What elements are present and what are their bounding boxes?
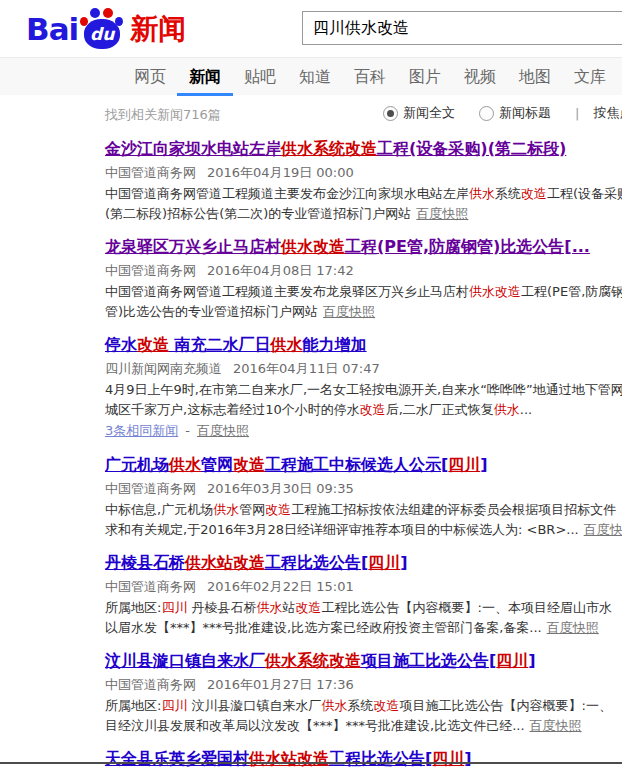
search-result-3: 停水改造 南充二水厂日供水能力增加四川新闻网南充频道2016年04月11日 07…: [105, 332, 622, 442]
result-source-line: 中国管道商务网2016年04月08日 17:42: [105, 260, 622, 282]
text-segment: (第二标段)招标公告(第二次)的专业管道招标门户网站: [105, 206, 411, 221]
text-segment: 管网: [239, 502, 265, 517]
text-segment: 工程(设备采购): [547, 186, 622, 201]
search-result-6: 汶川县漩口镇自来水厂供水系统改造项目施工比选公告[四川]中国管道商务网2016年…: [105, 648, 622, 736]
text-segment: 丹棱县石桥: [105, 553, 185, 572]
baidu-snapshot-link[interactable]: 百度快照: [416, 206, 468, 221]
tab-6[interactable]: 视频: [463, 58, 497, 96]
highlighted-keyword: 四川: [448, 455, 480, 474]
text-segment: 工程施工中标候选人公示[: [265, 455, 448, 474]
result-snippet-line: (第二标段)招标公告(第二次)的专业管道招标门户网站百度快照: [105, 204, 622, 224]
highlighted-keyword: 改造: [296, 600, 322, 615]
baidu-news-logo[interactable]: Bai du 新闻: [26, 7, 186, 51]
text-segment: 目经汶川县发展和改革局以汶发改【***】***号批准建设,比选文件已经...: [105, 718, 525, 733]
text-segment: ...: [520, 402, 532, 417]
text-segment: 丹棱县石桥: [187, 600, 256, 615]
highlighted-keyword: 供水改造: [281, 237, 345, 256]
result-title-link[interactable]: 龙泉驿区万兴乡止马店村供水改造工程(PE管,防腐钢管)比选公告[...: [105, 234, 622, 260]
radio-news-fulltext-label[interactable]: 新闻全文: [403, 104, 455, 122]
highlighted-keyword: 四川: [496, 651, 528, 670]
result-title-link[interactable]: 广元机场供水管网改造工程施工中标候选人公示[四川]: [105, 452, 622, 478]
baidu-snapshot-link[interactable]: 百度快照: [584, 522, 622, 537]
text-segment: 项目施工比选公告[: [361, 651, 496, 670]
result-source: 中国管道商务网: [105, 579, 196, 594]
baidu-snapshot-link[interactable]: 百度快照: [530, 718, 582, 733]
result-snippet-line: 中标信息,广元机场供水管网改造工程施工招标按依法组建的评标委员会根据项目招标文件: [105, 500, 622, 520]
tab-8[interactable]: 文库: [573, 58, 607, 96]
highlighted-keyword: 改造: [374, 698, 400, 713]
tab-0[interactable]: 网页: [133, 58, 167, 96]
result-snippet-line: 所属地区:四川 丹棱县石桥供水站改造工程比选公告【内容概要】:一、本项目经眉山市…: [105, 598, 622, 618]
highlighted-keyword: 供水: [494, 402, 520, 417]
search-result-2: 龙泉驿区万兴乡止马店村供水改造工程(PE管,防腐钢管)比选公告[...中国管道商…: [105, 234, 622, 322]
text-segment: 后,二水厂正式恢复: [386, 402, 494, 417]
highlighted-keyword: 供水: [322, 698, 348, 713]
highlighted-keyword: 供水: [257, 600, 283, 615]
tab-2[interactable]: 贴吧: [243, 58, 277, 96]
baidu-snapshot-link[interactable]: 百度快照: [547, 620, 599, 635]
radio-news-title-label[interactable]: 新闻标题: [499, 104, 551, 122]
same-news-link[interactable]: 3条相同新闻: [105, 423, 178, 438]
highlighted-keyword: 四川: [368, 553, 400, 572]
tab-4[interactable]: 百科: [353, 58, 387, 96]
separator: |: [575, 106, 579, 121]
text-segment: 所属地区:: [105, 698, 161, 713]
tab-active-1[interactable]: 新闻: [188, 58, 222, 96]
result-title-link[interactable]: 汶川县漩口镇自来水厂供水系统改造项目施工比选公告[四川]: [105, 648, 622, 674]
result-source: 中国管道商务网: [105, 263, 196, 278]
text-segment: 系统: [495, 186, 521, 201]
text-segment: 汶川县漩口镇自来水厂: [105, 651, 265, 670]
highlighted-keyword: 四川: [432, 749, 464, 767]
search-input[interactable]: [302, 11, 622, 45]
result-title-link[interactable]: 丹棱县石桥供水站改造工程比选公告[四川]: [105, 550, 622, 576]
radio-news-title[interactable]: [479, 106, 494, 121]
text-segment: 广元机场: [105, 455, 169, 474]
result-snippet-line: 目经汶川县发展和改革局以汶发改【***】***号批准建设,比选文件已经...百度…: [105, 716, 622, 736]
tab-7[interactable]: 地图: [518, 58, 552, 96]
highlighted-keyword: 四川: [161, 698, 187, 713]
search-filter-controls: 新闻全文 新闻标题 | 按焦点排序: [383, 104, 622, 122]
search-result-5: 丹棱县石桥供水站改造工程比选公告[四川]中国管道商务网2016年02月22日 1…: [105, 550, 622, 638]
result-meta-row: 找到相关新闻716篇 新闻全文 新闻标题 | 按焦点排序: [0, 95, 622, 133]
vertical-nav-bar: 网页新闻贴吧知道百科图片视频地图文库更多: [0, 57, 622, 95]
result-title-link[interactable]: 停水改造 南充二水厂日供水能力增加: [105, 332, 622, 358]
text-segment: 管网: [201, 455, 233, 474]
baidu-snapshot-link[interactable]: 百度快照: [323, 304, 375, 319]
radio-news-fulltext[interactable]: [383, 106, 398, 121]
result-count: 找到相关新闻716篇: [105, 106, 221, 124]
result-date: 2016年01月27日 17:36: [207, 677, 354, 692]
highlighted-keyword: 改造: [137, 335, 169, 354]
text-segment: 项目施工比选公告【内容概要】:一、: [400, 698, 612, 713]
text-segment: 工程比选公告【内容概要】:一、本项目经眉山市水: [322, 600, 612, 615]
baidu-snapshot-link[interactable]: 百度快照: [197, 423, 249, 438]
text-segment: 工程(设备采购)(第二标段): [377, 139, 566, 158]
nav-tabs: 网页新闻贴吧知道百科图片视频地图文库更多: [133, 58, 622, 96]
text-segment: 工程比选公告[: [329, 749, 432, 767]
highlighted-keyword: 改造: [360, 402, 386, 417]
text-segment: 龙泉驿区万兴乡止马店村: [105, 237, 281, 256]
header: Bai du 新闻: [0, 0, 622, 57]
text-segment: 站: [283, 600, 296, 615]
text-segment: 工程(PE管,防腐钢管)比选公告[...: [345, 237, 590, 256]
result-title-link[interactable]: 金沙江向家坝水电站左岸供水系统改造工程(设备采购)(第二标段): [105, 136, 622, 162]
highlighted-keyword: 供水站改造: [249, 749, 329, 767]
result-links-row: 3条相同新闻-百度快照: [105, 420, 622, 442]
result-date: 2016年04月19日 00:00: [207, 165, 354, 180]
text-segment: 南充二水厂日: [169, 335, 271, 354]
text-segment: 中国管道商务网管道工程频道主要发布金沙江向家坝水电站左岸: [105, 186, 469, 201]
result-snippet-line: 所属地区:四川 汶川县漩口镇自来水厂供水系统改造项目施工比选公告【内容概要】:一…: [105, 696, 622, 716]
logo-news-text: 新闻: [130, 7, 186, 51]
text-segment: 以眉水发【***】***号批准建设,比选方案已经政府投资主管部门备案,备案...: [105, 620, 542, 635]
result-source: 中国管道商务网: [105, 165, 196, 180]
tab-5[interactable]: 图片: [408, 58, 442, 96]
highlighted-keyword: 供水站改造: [185, 553, 265, 572]
search-result-4: 广元机场供水管网改造工程施工中标候选人公示[四川]中国管道商务网2016年03月…: [105, 452, 622, 540]
search-result-1: 金沙江向家坝水电站左岸供水系统改造工程(设备采购)(第二标段)中国管道商务网20…: [105, 136, 622, 224]
result-date: 2016年04月08日 17:42: [207, 263, 354, 278]
tab-3[interactable]: 知道: [298, 58, 332, 96]
sort-by-focus-link[interactable]: 按焦点排序: [593, 104, 622, 122]
result-date: 2016年03月30日 09:35: [207, 481, 354, 496]
logo-bai-text: Bai: [26, 7, 78, 51]
dash-separator: -: [185, 423, 190, 438]
text-segment: 能力增加: [303, 335, 367, 354]
